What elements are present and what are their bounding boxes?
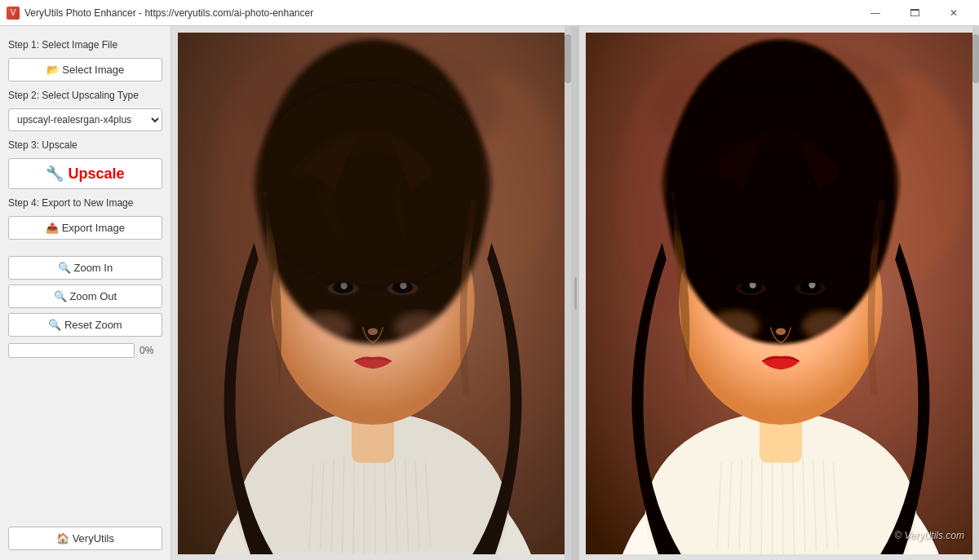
svg-point-65 bbox=[802, 311, 853, 341]
svg-line-46 bbox=[782, 455, 783, 554]
close-button[interactable]: ✕ bbox=[935, 0, 972, 26]
original-image bbox=[178, 33, 568, 554]
export-image-button[interactable]: 📤 Export Image bbox=[8, 216, 162, 240]
image-divider[interactable] bbox=[571, 26, 579, 560]
enhanced-image-svg bbox=[586, 33, 976, 554]
step3-label: Step 3: Upscale bbox=[8, 139, 162, 151]
svg-point-64 bbox=[709, 311, 760, 341]
progress-bar bbox=[8, 343, 135, 358]
svg-point-63 bbox=[776, 329, 786, 335]
title-bar-left: V VeryUtils Photo Enhancer - https://ver… bbox=[7, 7, 313, 20]
zoom-in-button[interactable]: 🔍 Zoom In bbox=[8, 256, 162, 280]
step2-label: Step 2: Select Upscaling Type bbox=[8, 90, 162, 101]
minimize-button[interactable]: — bbox=[857, 0, 894, 26]
zoom-out-button[interactable]: 🔍 Zoom Out bbox=[8, 284, 162, 308]
svg-point-66 bbox=[662, 82, 900, 284]
image-area: © VeryUtils.com bbox=[171, 26, 979, 560]
original-image-pane bbox=[171, 26, 571, 560]
upscale-button[interactable]: 🔧 Upscale bbox=[8, 158, 162, 189]
title-bar: V VeryUtils Photo Enhancer - https://ver… bbox=[0, 0, 979, 26]
app-icon: V bbox=[7, 7, 20, 20]
progress-row: 0% bbox=[8, 343, 162, 358]
original-image-svg bbox=[178, 33, 568, 554]
enhanced-image: © VeryUtils.com bbox=[586, 33, 976, 554]
select-image-button[interactable]: 📂 Select Image bbox=[8, 58, 162, 82]
maximize-button[interactable]: 🗖 bbox=[896, 0, 933, 26]
reset-zoom-button[interactable]: 🔍 Reset Zoom bbox=[8, 313, 162, 337]
svg-line-44 bbox=[761, 456, 762, 554]
left-panel: Step 1: Select Image File 📂 Select Image… bbox=[0, 26, 171, 560]
enhanced-image-pane: © VeryUtils.com bbox=[579, 26, 979, 560]
title-bar-controls: — 🗖 ✕ bbox=[857, 0, 972, 26]
step4-label: Step 4: Export to New Image bbox=[8, 197, 162, 209]
veryutils-button[interactable]: 🏠 VeryUtils bbox=[8, 527, 162, 550]
title-bar-text: VeryUtils Photo Enhancer - https://veryu… bbox=[24, 7, 313, 19]
progress-percent: 0% bbox=[140, 345, 162, 356]
upscaling-type-select[interactable]: upscayl-realesrgan-x4plus upscayl-reales… bbox=[8, 108, 162, 131]
step1-label: Step 1: Select Image File bbox=[8, 39, 162, 51]
main-content: Step 1: Select Image File 📂 Select Image… bbox=[0, 26, 979, 560]
svg-rect-33 bbox=[178, 33, 568, 554]
